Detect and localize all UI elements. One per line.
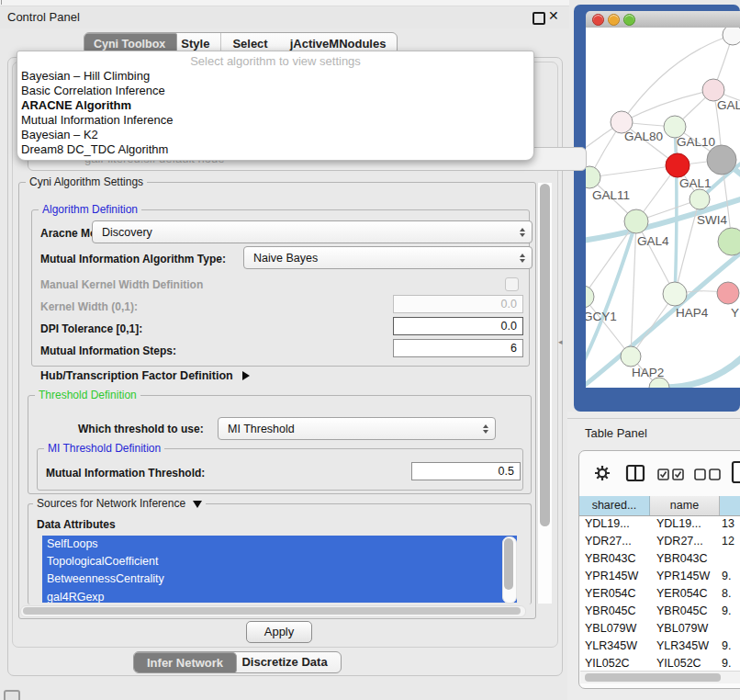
control-panel-title: Control Panel [7,10,80,24]
table-cell: YDR27... [649,533,718,550]
columns-icon[interactable] [625,464,645,482]
table-row[interactable]: YER054CYER054C8. [579,585,740,603]
algorithm-option[interactable]: Dream8 DC_TDC Algorithm [17,142,533,157]
mi-steps-input[interactable] [393,339,523,357]
aracne-mode-select[interactable]: Discovery [92,220,533,243]
which-threshold-select[interactable]: MI Threshold [218,417,496,440]
hub-definition-toggle[interactable]: Hub/Transcription Factor Definition [40,369,250,382]
table-cell: YER054C [649,585,718,603]
table-row[interactable]: YBR045CYBR045C9. [579,603,740,620]
application-root: Control Panel ✕ NetworkStyleSelectCyni T… [0,0,740,700]
document-icon[interactable] [731,460,740,484]
top-tick [1,0,2,5]
algorithm-option[interactable]: Bayesian – Hill Climbing [17,69,533,84]
manual-kernel-label: Manual Kernel Width Definition [40,278,203,291]
table-header-row: shared... name [579,496,740,516]
algorithm-option[interactable]: ARACNE Algorithm [17,98,533,113]
mi-type-label: Mutual Information Algorithm Type: [40,253,226,265]
network-node-gal4[interactable] [624,209,648,233]
mi-type-select[interactable]: Naive Bayes [243,246,533,269]
network-node-label: GAL1 [679,176,712,190]
table-horizontal-scrollbar[interactable] [580,671,740,683]
minimize-traffic-light-icon[interactable] [608,14,620,26]
float-window-icon[interactable] [533,12,545,25]
table-row[interactable]: YBR043CYBR043C [579,550,740,568]
column-header-name[interactable]: name [650,496,720,515]
column-header-shared-name[interactable]: shared... [579,496,650,515]
table-cell: YPR145W [649,568,718,585]
table-cell: 12 [718,533,740,550]
network-node-label: SWI4 [697,213,727,227]
network-node[interactable] [718,228,740,255]
data-attribute-item[interactable]: gal4RGexp [42,589,517,603]
bottom-tab-discretize-data[interactable]: Discretize Data [228,652,340,672]
deselect-all-icon[interactable] [694,468,723,480]
settings-horizontal-scrollbar[interactable] [20,605,526,617]
network-window-titlebar[interactable] [586,11,740,28]
panel-splitter-icon[interactable]: ◂ [558,337,563,346]
dpi-tolerance-label: DPI Tolerance [0,1]: [40,322,142,335]
table-cell [718,550,740,568]
manual-kernel-checkbox[interactable] [505,277,519,291]
mi-steps-label: Mutual Information Steps: [40,344,176,357]
cyni-settings-group-title: Cyni Algorithm Settings [26,175,147,188]
algorithm-dropdown-placeholder: Select algorithm to view settings [17,54,533,69]
which-threshold-label: Which threshold to use: [78,423,204,435]
kernel-width-label: Kernel Width (0,1): [40,300,138,313]
network-node-y[interactable] [717,282,739,304]
attributes-scrollbar[interactable] [502,536,517,604]
table-row[interactable]: YDR27...YDR27...12 [579,533,740,550]
table-row[interactable]: YLR345WYLR345W9. [579,638,740,655]
stepper-icon [483,424,488,434]
data-attributes-list: SelfLoopsTopologicalCoefficientBetweenne… [42,536,517,603]
zoom-traffic-light-icon[interactable] [623,14,635,26]
mi-type-value: Naive Bayes [253,252,318,265]
table-cell: YLR345W [579,638,649,655]
network-node-gcy1[interactable] [586,286,594,308]
bottom-tabbar: Impute DataDiscretize DataInfer Network [133,651,342,673]
network-node[interactable] [707,145,736,175]
table-cell: YPR145W [579,568,649,585]
sources-group-toggle[interactable]: Sources for Network Inference [33,497,206,510]
algorithm-option[interactable]: Basic Correlation Inference [17,84,533,98]
network-node-label: GAL [717,98,740,112]
bottom-tab-infer-network[interactable]: Infer Network [134,652,237,673]
settings-vertical-scrollbar[interactable] [537,183,552,604]
stepper-icon [520,254,525,263]
stepper-icon [520,228,525,237]
close-traffic-light-icon[interactable] [592,14,604,26]
data-attribute-item[interactable]: TopologicalCoefficient [42,553,517,570]
data-attribute-item[interactable]: BetweennessCentrality [42,570,517,588]
gear-icon[interactable] [593,464,611,482]
algorithm-option[interactable]: Bayesian – K2 [17,128,533,142]
table-cell: YDR27... [579,533,649,550]
network-node-hap2[interactable] [621,346,641,367]
table-row[interactable]: YIL052CYIL052C9. [579,655,740,671]
network-node-swi4[interactable] [690,189,710,209]
mi-threshold-input[interactable] [411,462,521,480]
apply-button[interactable]: Apply [246,621,312,643]
table-row[interactable]: YDL19...YDL19...13 [579,515,740,533]
table-rows: YDL19...YDL19...13YDR27...YDR27...12YBR0… [579,515,740,671]
panel-divider [567,418,740,419]
network-node-hap4[interactable] [663,282,687,306]
network-canvas[interactable]: GALGAL80GAL10GAL1GAL11SWI4GAL4HAP4YGCY1H… [586,28,740,388]
kernel-width-input[interactable] [393,295,523,313]
network-node-label: GCY1 [586,310,617,323]
table-cell: YDL19... [579,515,649,533]
dpi-tolerance-input[interactable] [393,317,523,335]
data-attribute-item[interactable]: SelfLoops [42,536,517,553]
mi-threshold-group-title: MI Threshold Definition [44,442,164,455]
table-panel-title: Table Panel [585,426,647,440]
table-cell: YBR043C [649,550,718,568]
close-icon[interactable]: ✕ [548,8,559,23]
network-node[interactable] [723,28,740,45]
select-all-checked-icon[interactable] [657,468,687,480]
table-row[interactable]: YPR145WYPR145W9. [579,568,740,585]
algorithm-option[interactable]: Mutual Information Inference [17,113,533,128]
table-row[interactable]: YBL079WYBL079W [579,620,740,638]
column-header-partial[interactable] [720,496,740,515]
sources-group-title: Sources for Network Inference [37,497,185,510]
network-node-gal1[interactable] [666,153,690,177]
corner-grip-icon[interactable] [4,690,20,700]
